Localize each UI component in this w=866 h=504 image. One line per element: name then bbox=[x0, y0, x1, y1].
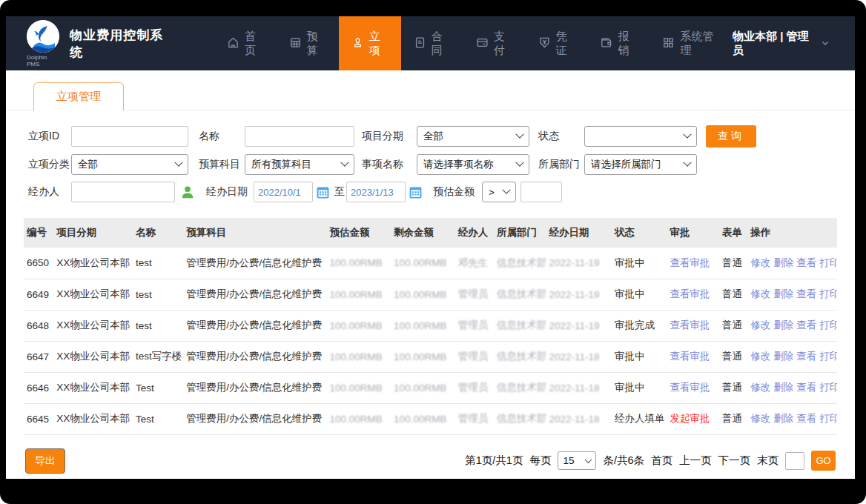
op-link-2[interactable]: 查看 bbox=[796, 319, 816, 331]
cell-status: 审批中 bbox=[612, 372, 667, 403]
op-link-3[interactable]: 打印 bbox=[819, 319, 837, 331]
nav-item-reimburse[interactable]: 报销 bbox=[587, 16, 650, 70]
search-button[interactable]: 查询 bbox=[706, 125, 756, 147]
cell-name: test bbox=[133, 248, 183, 279]
export-button[interactable]: 导出 bbox=[25, 448, 65, 474]
agent-input[interactable] bbox=[71, 182, 175, 202]
op-link-2[interactable]: 查看 bbox=[796, 382, 816, 393]
date-from-input[interactable] bbox=[254, 182, 313, 202]
card-icon bbox=[476, 36, 489, 51]
column-header-4: 预估金额 bbox=[327, 218, 391, 248]
nav-item-system[interactable]: 系统管理 bbox=[650, 16, 733, 70]
op-link-0[interactable]: 修改 bbox=[750, 351, 770, 362]
nav-item-voucher[interactable]: 凭证 bbox=[526, 16, 588, 70]
approve-link[interactable]: 查看审批 bbox=[670, 257, 710, 268]
approve-link[interactable]: 查看审批 bbox=[670, 382, 710, 393]
op-link-3[interactable]: 打印 bbox=[819, 382, 837, 393]
cell-budget: 管理费用/办公费/信息化维护费 bbox=[183, 341, 326, 372]
nav-item-contract[interactable]: 合同 bbox=[401, 16, 463, 70]
cell-phase: XX物业公司本部 bbox=[53, 341, 133, 372]
op-link-1[interactable]: 删除 bbox=[773, 319, 793, 331]
phase-select[interactable]: 全部 bbox=[417, 126, 529, 147]
goto-page-input[interactable] bbox=[785, 452, 804, 470]
cell-agent: 管理员 bbox=[455, 279, 494, 310]
approve-link[interactable]: 查看审批 bbox=[670, 319, 710, 331]
date-to-input[interactable] bbox=[346, 182, 406, 202]
op-link-1[interactable]: 删除 bbox=[773, 351, 793, 362]
item-name-select[interactable]: 请选择事项名称 bbox=[417, 154, 529, 175]
amount-op-select[interactable]: > bbox=[482, 182, 516, 202]
per-page-suffix: 条/共6条 bbox=[603, 454, 644, 468]
calendar-icon[interactable] bbox=[409, 185, 423, 199]
op-link-0[interactable]: 修改 bbox=[750, 257, 770, 268]
category-select[interactable]: 全部 bbox=[71, 154, 188, 175]
cell-budget: 管理费用/办公费/信息化维护费 bbox=[183, 372, 326, 403]
op-link-1[interactable]: 删除 bbox=[773, 257, 793, 268]
item-name-label: 事项名称 bbox=[362, 158, 417, 171]
person-picker-icon[interactable] bbox=[179, 184, 196, 200]
chevron-down-icon bbox=[515, 130, 523, 139]
status-select[interactable] bbox=[584, 126, 697, 147]
op-link-1[interactable]: 删除 bbox=[773, 288, 793, 299]
dept-select[interactable]: 请选择所属部门 bbox=[584, 154, 697, 175]
cell-phase: XX物业公司本部 bbox=[53, 248, 133, 279]
op-link-0[interactable]: 修改 bbox=[750, 413, 770, 424]
cell-dept: 信息技术部 bbox=[494, 279, 546, 310]
cell-operations: 修改删除查看打印 bbox=[747, 279, 837, 310]
chevron-down-icon bbox=[683, 159, 691, 167]
approve-link[interactable]: 查看审批 bbox=[670, 351, 710, 362]
tab-project-management[interactable]: 立项管理 bbox=[33, 82, 124, 110]
next-page-link[interactable]: 下一页 bbox=[718, 454, 751, 468]
nav-item-project[interactable]: 立项 bbox=[339, 16, 401, 70]
nav-item-budget[interactable]: 预算 bbox=[277, 16, 339, 70]
project-id-label: 立项ID bbox=[28, 130, 71, 143]
cell-operations: 修改删除查看打印 bbox=[747, 341, 837, 372]
user-menu[interactable]: 物业本部 | 管理员 bbox=[733, 30, 830, 58]
wallet-icon bbox=[600, 36, 612, 51]
cell-phase: XX物业公司本部 bbox=[53, 372, 133, 403]
go-button[interactable]: GO bbox=[811, 451, 836, 471]
nav-item-payment[interactable]: 支付 bbox=[463, 16, 526, 70]
op-link-2[interactable]: 查看 bbox=[796, 413, 816, 424]
calendar-icon[interactable] bbox=[316, 185, 330, 199]
column-header-0: 编号 bbox=[24, 218, 53, 248]
amount-input[interactable] bbox=[520, 182, 562, 202]
cell-name: Test bbox=[133, 372, 183, 403]
nav-label: 预算 bbox=[307, 30, 326, 58]
filter-panel: 立项ID 名称 项目分期 全部 状态 查询 立项分类 全部 预算科目 所有预算科… bbox=[6, 110, 855, 218]
cell-id: 6647 bbox=[24, 341, 53, 372]
category-label: 立项分类 bbox=[28, 158, 71, 171]
name-input[interactable] bbox=[245, 126, 354, 147]
op-link-2[interactable]: 查看 bbox=[796, 288, 816, 299]
op-link-3[interactable]: 打印 bbox=[819, 288, 837, 299]
prev-page-link[interactable]: 上一页 bbox=[679, 454, 712, 468]
op-link-0[interactable]: 修改 bbox=[750, 288, 770, 299]
nav-item-home[interactable]: 首页 bbox=[214, 16, 277, 70]
cell-budget: 管理费用/办公费/信息化维护费 bbox=[183, 279, 326, 310]
cell-phase: XX物业公司本部 bbox=[53, 279, 133, 310]
last-page-link[interactable]: 末页 bbox=[757, 454, 779, 468]
project-id-input[interactable] bbox=[71, 126, 188, 147]
phase-select-value: 全部 bbox=[423, 130, 443, 143]
cell-date: 2022-11-18 bbox=[546, 403, 612, 434]
cell-status: 审批中 bbox=[612, 248, 667, 279]
budget-select[interactable]: 所有预算科目 bbox=[245, 154, 354, 175]
approve-link[interactable]: 查看审批 bbox=[670, 288, 710, 299]
cell-dept: 信息技术部 bbox=[494, 341, 546, 372]
op-link-2[interactable]: 查看 bbox=[796, 351, 816, 362]
column-header-9: 状态 bbox=[612, 218, 667, 248]
cell-est: 100.00RMB bbox=[327, 372, 391, 403]
per-page-select[interactable]: 15 bbox=[558, 451, 596, 470]
first-page-link[interactable]: 首页 bbox=[651, 454, 672, 468]
amount-op-value: > bbox=[489, 187, 495, 198]
cell-form: 普通 bbox=[719, 310, 747, 341]
op-link-0[interactable]: 修改 bbox=[750, 319, 770, 331]
op-link-3[interactable]: 打印 bbox=[819, 257, 837, 268]
op-link-1[interactable]: 删除 bbox=[773, 413, 793, 424]
op-link-3[interactable]: 打印 bbox=[819, 413, 837, 424]
approve-link[interactable]: 发起审批 bbox=[670, 413, 710, 424]
op-link-2[interactable]: 查看 bbox=[796, 257, 816, 268]
op-link-3[interactable]: 打印 bbox=[819, 351, 837, 362]
op-link-0[interactable]: 修改 bbox=[750, 382, 770, 393]
op-link-1[interactable]: 删除 bbox=[773, 382, 793, 393]
